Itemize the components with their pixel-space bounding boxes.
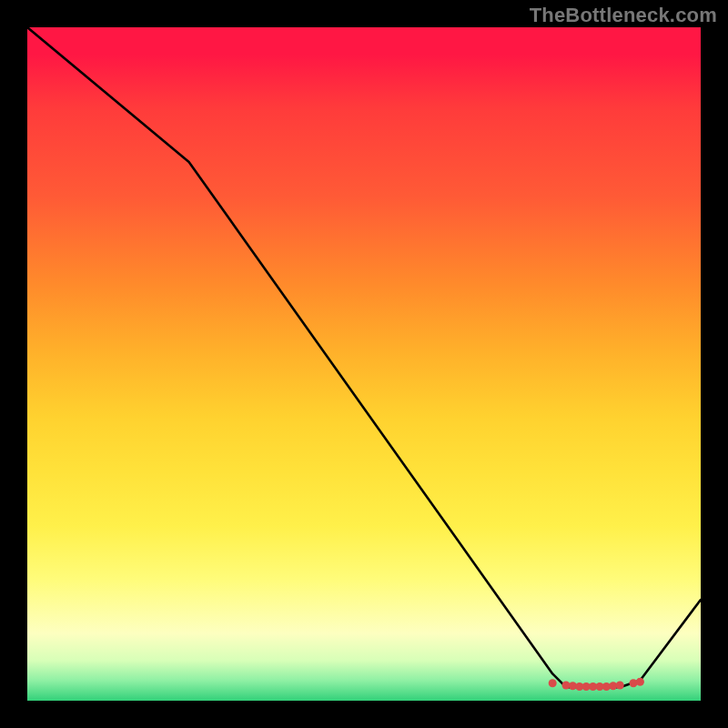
chart-overlay-svg <box>27 27 701 701</box>
optimal-marker <box>616 682 624 690</box>
optimal-marker <box>549 679 557 687</box>
watermark-text: TheBottleneck.com <box>530 4 717 27</box>
optimal-range-markers <box>549 678 644 691</box>
bottleneck-curve-line <box>27 27 701 687</box>
chart-gradient-area <box>27 27 701 701</box>
optimal-marker <box>636 678 644 686</box>
optimal-marker <box>630 679 638 687</box>
chart-frame: TheBottleneck.com <box>0 0 728 728</box>
